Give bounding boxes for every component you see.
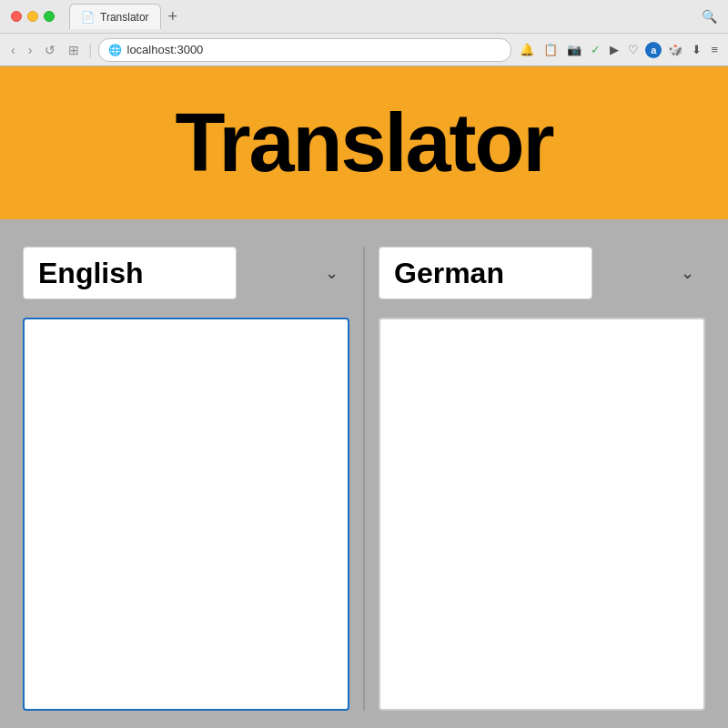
tab-bar: 📄 Translator + <box>69 4 694 29</box>
source-panel: English Spanish French German Italian Po… <box>18 247 363 711</box>
source-language-select[interactable]: English Spanish French German Italian Po… <box>23 247 237 299</box>
camera-icon[interactable]: 📷 <box>564 41 584 58</box>
amazon-icon[interactable]: a <box>645 42 662 58</box>
target-language-selector[interactable]: German English Spanish French Italian Po… <box>379 247 705 299</box>
address-bar[interactable]: 🌐 localhost:3000 <box>98 38 512 62</box>
close-window-button[interactable] <box>11 11 22 22</box>
maximize-window-button[interactable] <box>44 11 55 22</box>
target-panel: German English Spanish French Italian Po… <box>365 247 710 711</box>
traffic-lights <box>11 11 55 22</box>
lock-icon: 🌐 <box>108 44 122 56</box>
app-body: English Spanish French German Italian Po… <box>0 219 728 728</box>
browser-toolbar: ‹ › ↺ ⊞ | 🌐 localhost:3000 🔔 📋 📷 ✓ ▶ ♡ a… <box>0 33 728 66</box>
app-title: Translator <box>175 96 552 190</box>
new-tab-button[interactable]: + <box>161 7 186 26</box>
source-language-selector[interactable]: English Spanish French German Italian Po… <box>23 247 349 299</box>
tab-page-icon: 📄 <box>81 11 95 24</box>
dice-icon[interactable]: 🎲 <box>665 41 685 58</box>
source-language-chevron-icon: ⌄ <box>325 263 339 283</box>
forward-button[interactable]: › <box>25 41 36 59</box>
play-icon[interactable]: ▶ <box>607 41 622 58</box>
browser-search-icon[interactable]: 🔍 <box>702 9 717 24</box>
target-language-chevron-icon: ⌄ <box>681 263 694 283</box>
heart-icon[interactable]: ♡ <box>625 41 642 58</box>
address-text: localhost:3000 <box>127 43 204 56</box>
notification-icon[interactable]: 🔔 <box>517 41 537 58</box>
reload-button[interactable]: ↺ <box>41 41 59 59</box>
menu-icon[interactable]: ≡ <box>708 41 721 58</box>
browser-chrome: 📄 Translator + 🔍 ‹ › ↺ ⊞ | 🌐 localhost:3… <box>0 0 728 66</box>
clipboard-icon[interactable]: 📋 <box>541 41 561 58</box>
browser-titlebar: 📄 Translator + 🔍 <box>0 0 728 33</box>
app-header: Translator <box>0 66 728 219</box>
back-button[interactable]: ‹ <box>7 41 19 59</box>
grid-button[interactable]: ⊞ <box>65 41 83 59</box>
target-textarea[interactable] <box>379 318 705 711</box>
tab-title: Translator <box>100 11 149 24</box>
shield-icon[interactable]: ✓ <box>588 41 603 58</box>
download-icon[interactable]: ⬇ <box>689 41 704 58</box>
active-tab[interactable]: 📄 Translator <box>69 4 161 29</box>
minimize-window-button[interactable] <box>27 11 38 22</box>
source-textarea[interactable] <box>23 318 349 711</box>
target-language-select[interactable]: German English Spanish French Italian Po… <box>379 247 592 299</box>
toolbar-icons: 🔔 📋 📷 ✓ ▶ ♡ a 🎲 ⬇ ≡ <box>517 41 721 58</box>
